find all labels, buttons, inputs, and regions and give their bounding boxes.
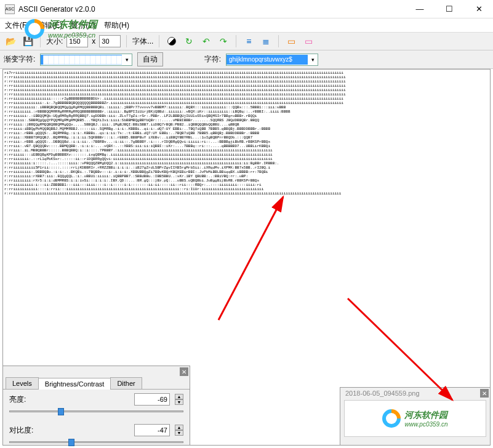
close-icon[interactable]: ✕ (180, 367, 188, 376)
contrast-slider[interactable] (9, 438, 183, 447)
window-title: ASCII Generator v2.0.0 (18, 5, 411, 14)
spin-down-icon[interactable]: ▼ (175, 430, 183, 436)
ramp-label: 渐变字符: (4, 54, 35, 65)
preview2-icon[interactable]: ▭ (302, 34, 315, 48)
ascii-output: ri7rriiiiiiiiiiiiiiiiiiiiiiiiiiiiiiiiiii… (3, 70, 490, 197)
preview-image: 河东软件园 www.pc0359.cn (344, 400, 486, 437)
chars-value: ghijklmnopqrstuvwxyz$ (226, 55, 308, 65)
brightness-slider[interactable] (9, 407, 183, 417)
align-center-icon[interactable]: ≣ (259, 34, 273, 48)
rotate-left-icon[interactable]: ↶ (199, 34, 213, 48)
ramp-selected: ████████████████ (41, 55, 122, 65)
watermark-title: 河东软件园 (48, 18, 97, 31)
tab-levels[interactable]: Levels (6, 377, 39, 389)
panel-tabs: Levels Brightness/Contrast Dither (3, 377, 190, 390)
close-icon[interactable]: ✕ (480, 389, 489, 398)
chevron-down-icon: ▾ (308, 57, 318, 63)
rotate-right-icon[interactable]: ↷ (217, 34, 230, 48)
watermark-logo-icon (25, 19, 44, 39)
contrast-input[interactable] (134, 424, 170, 436)
chars-label: 字符: (204, 54, 221, 65)
preview1-icon[interactable]: ▭ (284, 34, 298, 48)
separator (126, 35, 127, 47)
maximize-button[interactable]: ☐ (440, 4, 459, 14)
refresh-icon[interactable]: ↻ (182, 34, 196, 48)
ramp-dropdown[interactable]: ████████████████ ▾ (40, 54, 132, 66)
contrast-icon[interactable] (165, 34, 178, 48)
align-left-icon[interactable]: ≡ (242, 34, 255, 48)
spin-up-icon[interactable]: ▲ (175, 394, 183, 399)
preview-logo-icon (382, 409, 401, 428)
tab-dither[interactable]: Dither (110, 377, 142, 389)
watermark-url: www.pc0359.cn (48, 31, 97, 39)
chevron-down-icon: ▾ (122, 57, 132, 63)
watermark: 河东软件园 www.pc0359.cn (25, 18, 97, 39)
preview-filename: 2018-06-05_094559.png (342, 388, 480, 399)
separator (236, 35, 236, 47)
height-input[interactable] (99, 35, 121, 47)
titlebar: ASC ASCII Generator v2.0.0 — ☐ ✕ (0, 0, 493, 18)
preview-panel: 2018-06-05_094559.png ✕ 河东软件园 www.pc0359… (340, 387, 491, 446)
font-button[interactable]: 字体... (132, 36, 153, 47)
open-icon[interactable]: 📂 (4, 34, 17, 48)
close-button[interactable]: ✕ (470, 4, 488, 14)
brightness-label: 亮度: (9, 394, 34, 405)
options-bar: 渐变字符: ████████████████ ▾ 自动 字符: ghijklmn… (0, 50, 493, 69)
spin-up-icon[interactable]: ▲ (175, 425, 183, 430)
app-icon: ASC (5, 4, 15, 14)
minimize-button[interactable]: — (411, 4, 429, 14)
menu-help[interactable]: 帮助(H) (104, 20, 129, 31)
preview-title-text: 河东软件园 (404, 410, 447, 421)
separator (159, 35, 159, 47)
chars-dropdown[interactable]: ghijklmnopqrstuvwxyz$ ▾ (226, 54, 318, 66)
tab-brightness[interactable]: Brightness/Contrast (38, 378, 111, 390)
auto-button[interactable]: 自动 (137, 52, 163, 66)
brightness-input[interactable] (134, 393, 170, 406)
separator (278, 35, 279, 47)
contrast-label: 对比度: (9, 425, 34, 436)
preview-url-text: www.pc0359.cn (404, 421, 447, 428)
adjustments-panel: ✕ Levels Brightness/Contrast Dither 亮度: … (2, 366, 190, 446)
spin-down-icon[interactable]: ▼ (175, 399, 183, 405)
